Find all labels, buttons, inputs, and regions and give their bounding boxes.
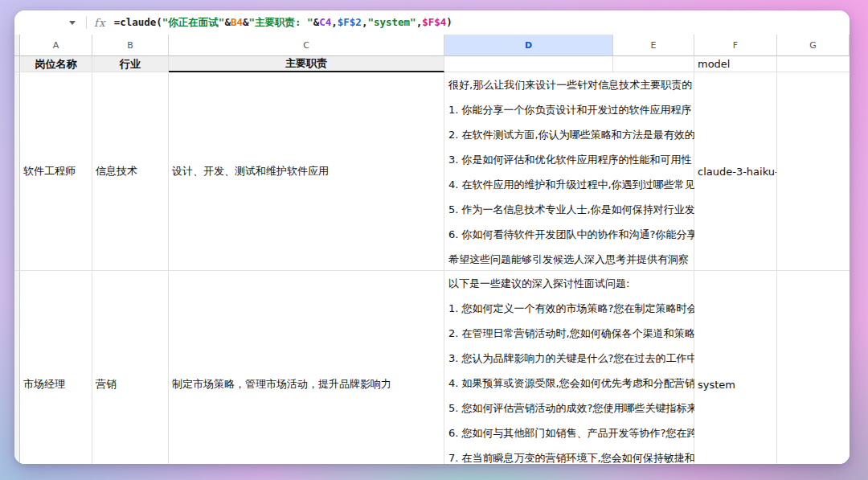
cell-a1[interactable]: 岗位名称 — [20, 56, 92, 72]
cell-text-line: 2. 在管理日常营销活动时,您如何确保各个渠道和策略 — [448, 321, 694, 346]
cell-d3-overflow-text: 以下是一些建议的深入探讨性面试问题: 1. 您如何定义一个有效的市场策略?您在制… — [444, 271, 694, 464]
cell-text-line: 4. 在软件应用的维护和升级过程中,你遇到过哪些常见 — [448, 172, 694, 197]
cell-text-line: 6. 你如何看待软件开发团队中的协作和沟通?你能分享 — [448, 222, 694, 247]
row-header-strip[interactable] — [14, 271, 20, 464]
cell-text-line: 2. 在软件测试方面,你认为哪些策略和方法是最有效的 — [448, 122, 694, 147]
cell-f3[interactable]: system — [694, 271, 777, 464]
cell-e1[interactable] — [613, 56, 694, 72]
cell-d1[interactable] — [444, 56, 613, 72]
formula-input[interactable]: =claude("你正在面试"&B4&"主要职责: "&C4,$F$2,"sys… — [114, 16, 452, 30]
row-header-corner[interactable] — [14, 35, 20, 56]
formula-bar: fx =claude("你正在面试"&B4&"主要职责: "&C4,$F$2,"… — [14, 10, 850, 35]
cell-d2-overflow-text: 很好,那么让我们来设计一些针对信息技术主要职责的 1. 你能分享一个你负责设计和… — [444, 72, 694, 272]
column-header-d-selected[interactable]: D — [444, 35, 613, 56]
sheet-grid: A B C D E F G 岗位名称 行业 主要职责 model 软件工程师 信… — [14, 35, 850, 464]
cell-text-line: 3. 您认为品牌影响力的关键是什么?您在过去的工作中 — [448, 346, 694, 371]
cell-g1[interactable] — [777, 56, 850, 72]
cell-b2[interactable]: 信息技术 — [92, 72, 169, 271]
cell-f1[interactable]: model — [694, 56, 777, 72]
cell-c1[interactable]: 主要职责 — [169, 56, 444, 72]
column-header-f[interactable]: F — [694, 35, 777, 56]
cell-text-line: 5. 作为一名信息技术专业人士,你是如何保持对行业发 — [448, 197, 694, 222]
row-header-strip[interactable] — [14, 72, 20, 271]
cell-b1[interactable]: 行业 — [92, 56, 169, 72]
cell-a2[interactable]: 软件工程师 — [20, 72, 92, 271]
cell-text-line: 希望这些问题能够引发候选人深入思考并提供有洞察 — [448, 247, 694, 272]
cell-g2[interactable] — [777, 72, 850, 271]
cell-f2[interactable]: claude-3-haiku-20240307 — [694, 72, 777, 271]
cell-b3[interactable]: 营销 — [92, 271, 169, 464]
column-header-b[interactable]: B — [92, 35, 169, 56]
cell-text-line: 很好,那么让我们来设计一些针对信息技术主要职责的 — [448, 72, 694, 97]
cell-c2[interactable]: 设计、开发、测试和维护软件应用 — [169, 72, 444, 271]
cell-c3[interactable]: 制定市场策略，管理市场活动，提升品牌影响力 — [169, 271, 444, 464]
cell-g3[interactable] — [777, 271, 850, 464]
column-header-e[interactable]: E — [613, 35, 694, 56]
column-header-g[interactable]: G — [777, 35, 850, 56]
cell-text-line: 1. 您如何定义一个有效的市场策略?您在制定策略时会 — [448, 296, 694, 321]
chevron-down-icon[interactable] — [69, 21, 76, 25]
row-header-strip[interactable] — [14, 56, 20, 72]
cell-a3[interactable]: 市场经理 — [20, 271, 92, 464]
divider — [86, 16, 87, 29]
cell-text-line: 1. 你能分享一个你负责设计和开发过的软件应用程序 — [448, 97, 694, 122]
cell-d2[interactable]: 很好,那么让我们来设计一些针对信息技术主要职责的 1. 你能分享一个你负责设计和… — [444, 72, 613, 271]
column-header-c[interactable]: C — [169, 35, 444, 56]
cell-text-line: 6. 您如何与其他部门如销售、产品开发等协作?您在跨 — [448, 421, 694, 445]
fx-icon: fx — [94, 16, 106, 29]
cell-text-line: 以下是一些建议的深入探讨性面试问题: — [448, 271, 694, 296]
cell-text-line: 7. 在当前瞬息万变的营销环境下,您会如何保持敏捷和 — [448, 445, 694, 464]
background: fx =claude("你正在面试"&B4&"主要职责: "&C4,$F$2,"… — [0, 0, 868, 480]
column-header-a[interactable]: A — [20, 35, 92, 56]
cell-text-line: 4. 如果预算或资源受限,您会如何优先考虑和分配营销 — [448, 371, 694, 396]
cell-d3[interactable]: 以下是一些建议的深入探讨性面试问题: 1. 您如何定义一个有效的市场策略?您在制… — [444, 271, 613, 464]
spreadsheet-window: fx =claude("你正在面试"&B4&"主要职责: "&C4,$F$2,"… — [14, 10, 850, 464]
cell-text-line: 3. 你是如何评估和优化软件应用程序的性能和可用性 — [448, 147, 694, 172]
cell-text-line: 5. 您如何评估营销活动的成效?您使用哪些关键指标来 — [448, 396, 694, 421]
